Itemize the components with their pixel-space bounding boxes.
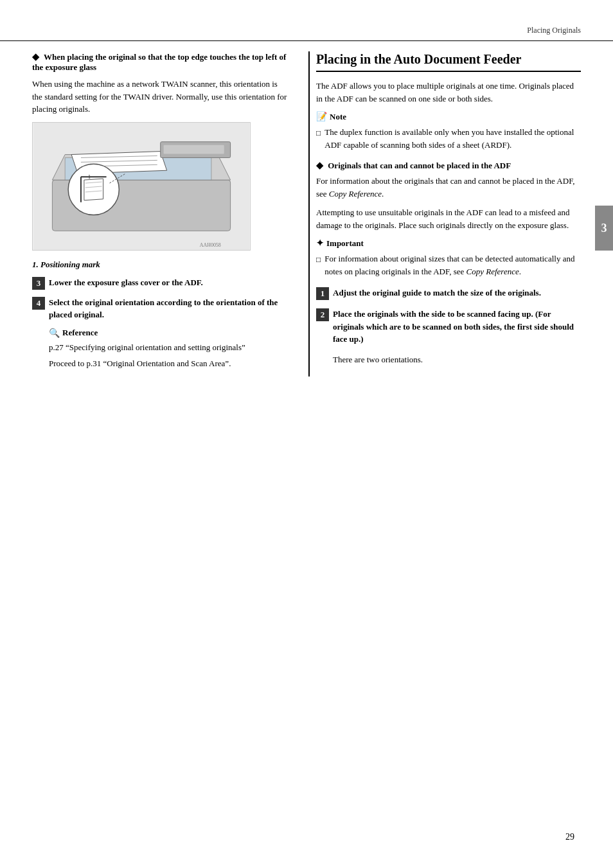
section1-body: When using the machine as a network TWAI… xyxy=(32,78,289,116)
note-heading: 📝 Note xyxy=(316,111,581,122)
note-item-1: □ The duplex function is available only … xyxy=(316,126,581,151)
important-icon: ✦ xyxy=(316,238,324,249)
adf-step-1-block: 1 Adjust the original guide to match the… xyxy=(316,287,581,300)
step-3-text: Lower the exposure glass cover or the AD… xyxy=(49,276,203,289)
step-4-block: 4 Select the original orientation accord… xyxy=(32,296,289,321)
originals-body1: For information about the originals that… xyxy=(316,175,581,200)
adf-step-2-content: Place the originals with the side to be … xyxy=(333,308,581,346)
scanner-svg: 1 AAH0058 xyxy=(33,123,250,250)
checkbox-icon-2: □ xyxy=(316,254,321,265)
step-4-text: Select the original orientation accordin… xyxy=(49,296,289,321)
side-tab: 3 xyxy=(595,206,613,251)
reference-block: 🔍 Reference p.27 “Specifying original or… xyxy=(49,328,289,370)
reference-icon: 🔍 xyxy=(49,328,60,339)
right-column: Placing in the Auto Document Feeder The … xyxy=(308,51,581,376)
note-icon: 📝 xyxy=(316,111,327,122)
svg-text:AAH0058: AAH0058 xyxy=(200,242,221,248)
step-4-icon: 4 xyxy=(32,297,45,310)
originals-body2: Attempting to use unsuitable originals i… xyxy=(316,206,581,231)
adf-step-1-text: Adjust the original guide to match the s… xyxy=(333,287,541,299)
adf-step-2-block: 2 Place the originals with the side to b… xyxy=(316,308,581,346)
step-3-icon: 3 xyxy=(32,277,45,290)
originals-heading: ◆ Originals that can and cannot be place… xyxy=(316,160,581,171)
adf-step-2-body: There are two orientations. xyxy=(333,353,581,366)
page-container: Placing Originals 3 ◆ When placing the o… xyxy=(0,0,613,868)
adf-intro: The ADF allows you to place multiple ori… xyxy=(316,80,581,105)
adf-section-title: Placing in the Auto Document Feeder xyxy=(316,51,581,72)
adf-step-2-icon: 2 xyxy=(316,308,329,321)
important-item-1: □ For information about original sizes t… xyxy=(316,252,581,278)
page-section-label: Placing Originals xyxy=(527,26,581,35)
svg-rect-9 xyxy=(164,145,224,154)
step-3-block: 3 Lower the exposure glass cover or the … xyxy=(32,276,289,290)
side-tab-number: 3 xyxy=(601,222,607,235)
positioning-mark-label: 1. Positioning mark xyxy=(32,260,289,270)
diamond-bullet-2-icon: ◆ xyxy=(316,161,323,170)
note-block: 📝 Note □ The duplex function is availabl… xyxy=(316,111,581,151)
important-heading: ✦ Important xyxy=(316,238,581,249)
ref-line2: Proceed to p.31 “Original Orientation an… xyxy=(49,357,289,370)
ref-line1: p.27 “Specifying original orientation an… xyxy=(49,341,289,354)
adf-step-2-text: Place the originals with the side to be … xyxy=(333,309,574,344)
important-block: ✦ Important □ For information about orig… xyxy=(316,238,581,278)
reference-heading: 🔍 Reference xyxy=(49,328,289,339)
diamond-bullet-icon: ◆ xyxy=(32,52,39,62)
left-column: ◆ When placing the original so that the … xyxy=(32,51,308,376)
page-number: 29 xyxy=(565,832,574,842)
important-item-text: For information about original sizes tha… xyxy=(324,252,581,278)
top-header: Placing Originals xyxy=(0,26,613,41)
adf-step-1-icon: 1 xyxy=(316,287,329,300)
left-section-heading: ◆ When placing the original so that the … xyxy=(32,51,289,73)
copy-ref-italic-1: Copy Reference xyxy=(329,189,382,199)
checkbox-icon-1: □ xyxy=(316,127,321,139)
scanner-diagram: 1 AAH0058 xyxy=(32,122,251,251)
two-column-layout: ◆ When placing the original so that the … xyxy=(0,51,613,376)
svg-text:1: 1 xyxy=(88,173,91,180)
copy-ref-italic-2: Copy Reference xyxy=(466,267,519,276)
